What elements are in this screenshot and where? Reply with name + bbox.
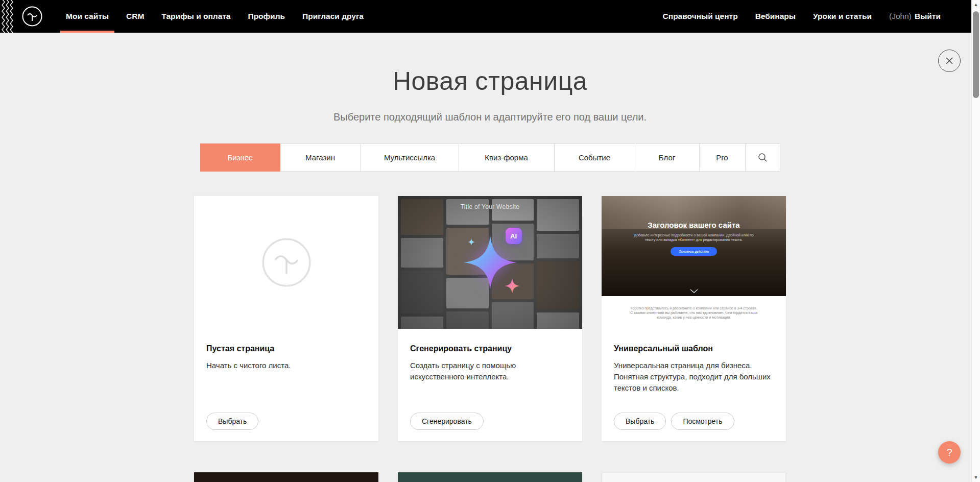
scroll-up-icon[interactable]: ▲ (972, 1, 980, 9)
nav-crm[interactable]: CRM (117, 0, 153, 33)
logout-label: Выйти (915, 12, 941, 21)
search-icon (758, 153, 768, 162)
card-title: Пустая страница (206, 344, 366, 353)
template-category-tabs: Бизнес Магазин Мультиссылка Квиз-форма С… (0, 143, 980, 172)
secondary-nav: Справочный центр Вебинары Уроки и статьи… (654, 0, 949, 33)
close-icon (945, 57, 953, 65)
tab-store[interactable]: Магазин (280, 143, 361, 172)
nav-tariffs[interactable]: Тарифы и оплата (153, 0, 239, 33)
nav-crm-label: CRM (126, 12, 144, 21)
close-button[interactable] (938, 50, 961, 72)
card-description: Универсальная страница для бизнеса. Поня… (614, 360, 774, 394)
ai-badge: AI (506, 228, 522, 244)
nav-my-sites[interactable]: Мои сайты (57, 0, 117, 33)
tab-blog[interactable]: Блог (635, 143, 700, 172)
page-subtitle: Выберите подходящий шаблон и адаптируйте… (0, 111, 980, 123)
nav-my-sites-label: Мои сайты (66, 12, 109, 21)
preview-text-section: Коротко представьтесь и расскажите о ком… (602, 296, 786, 329)
nav-logout[interactable]: (John) Выйти (880, 0, 949, 33)
card-title: Универсальный шаблон (614, 344, 774, 353)
chevron-down-icon (690, 289, 698, 293)
template-card-partial-2[interactable] (398, 472, 582, 482)
preview-heading: Заголовок вашего сайта (602, 196, 786, 229)
nav-help-center-label: Справочный центр (663, 12, 738, 21)
nav-tariffs-label: Тарифы и оплата (161, 12, 230, 21)
tab-business[interactable]: Бизнес (200, 143, 280, 172)
tilda-watermark-icon (260, 236, 313, 289)
card-body: Пустая страница Начать с чистого листа. (194, 329, 378, 371)
card-actions: Выбрать Посмотреть (614, 413, 734, 430)
ai-sparkle-tiny-icon (468, 238, 475, 246)
universal-preview: Заголовок вашего сайта Добавьте интересн… (602, 196, 786, 329)
main-nav: Мои сайты CRM Тарифы и оплата Профиль Пр… (57, 0, 372, 33)
collage-site-title: Title of Your Website (398, 203, 582, 210)
card-description: Создать страницу с помощью искусственног… (410, 360, 570, 382)
nav-lessons-label: Уроки и статьи (813, 12, 872, 21)
template-card-ai-generate[interactable]: Title of Your Website (398, 196, 582, 441)
choose-button[interactable]: Выбрать (614, 413, 666, 430)
ai-preview-collage: Title of Your Website (398, 196, 582, 329)
nav-invite-friend-label: Пригласи друга (302, 12, 364, 21)
template-card-blank[interactable]: Пустая страница Начать с чистого листа. … (194, 196, 378, 441)
new-page-dialog: Новая страница Выберите подходящий шабло… (0, 66, 980, 482)
nav-webinars[interactable]: Вебинары (747, 0, 804, 33)
page-scrollbar[interactable]: ▲ ▼ (971, 0, 980, 482)
tab-multilink[interactable]: Мультиссылка (361, 143, 459, 172)
view-button[interactable]: Посмотреть (671, 413, 734, 430)
template-card-partial-3[interactable] (602, 472, 786, 482)
preview-hero: Заголовок вашего сайта Добавьте интересн… (602, 196, 786, 296)
scrollbar-thumb[interactable] (973, 11, 979, 98)
tab-quiz-form[interactable]: Квиз-форма (459, 143, 555, 172)
card-title: Сгенерировать страницу (410, 344, 570, 353)
card-actions: Выбрать (206, 413, 258, 430)
blank-preview (194, 196, 378, 329)
ai-sparkle-small-icon (505, 278, 520, 294)
page-title: Новая страница (0, 66, 980, 96)
template-cards-grid: Пустая страница Начать с чистого листа. … (194, 196, 786, 482)
generate-button[interactable]: Сгенерировать (410, 413, 484, 430)
nav-invite-friend[interactable]: Пригласи друга (294, 0, 372, 33)
template-card-partial-1[interactable] (194, 472, 378, 482)
card-actions: Сгенерировать (410, 413, 484, 430)
nav-help-center[interactable]: Справочный центр (654, 0, 747, 33)
scroll-down-icon[interactable]: ▼ (972, 473, 980, 481)
top-navbar: Мои сайты CRM Тарифы и оплата Профиль Пр… (0, 0, 980, 33)
choose-button[interactable]: Выбрать (206, 413, 258, 430)
user-name: (John) (889, 12, 912, 21)
tab-search[interactable] (745, 143, 780, 172)
nav-lessons[interactable]: Уроки и статьи (804, 0, 880, 33)
zigzag-pattern (0, 0, 15, 33)
tilda-logo[interactable] (21, 6, 43, 27)
tab-event[interactable]: Событие (554, 143, 635, 172)
nav-profile-label: Профиль (248, 12, 285, 21)
preview-cta-button: Основное действие (671, 247, 718, 256)
template-card-universal[interactable]: Заголовок вашего сайта Добавьте интересн… (602, 196, 786, 441)
card-description: Начать с чистого листа. (206, 360, 366, 371)
nav-webinars-label: Вебинары (755, 12, 796, 21)
preview-body-text: Коротко представьтесь и расскажите о ком… (630, 306, 758, 320)
preview-subtext: Добавьте интересные подробности о вашей … (630, 233, 758, 242)
help-button[interactable]: ? (938, 441, 961, 464)
tab-pro[interactable]: Pro (699, 143, 746, 172)
card-body: Сгенерировать страницу Создать страницу … (398, 329, 582, 382)
card-body: Универсальный шаблон Универсальная стран… (602, 329, 786, 394)
nav-profile[interactable]: Профиль (239, 0, 294, 33)
